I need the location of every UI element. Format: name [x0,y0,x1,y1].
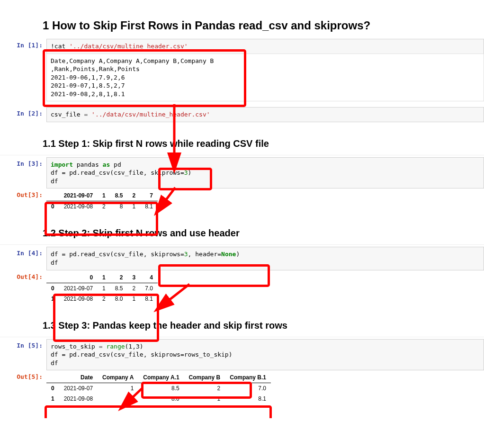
c5-l1eq: = [99,343,107,350]
t5-r1-2: 2 [98,394,138,404]
c4-eq1: = [180,251,184,258]
t3-r0-1: 2021-09-08 [59,201,98,212]
code-cell-4[interactable]: df = pd.read_csv(csv_file, skiprows=3, h… [46,247,484,270]
cell-5: In [5]: rows_to_skip = range(1,3) df = p… [0,339,484,371]
t3-h5: 7 [140,190,158,201]
c4-l2: df [51,259,58,266]
c2-eq: = [84,111,91,118]
t5-r0-2: 1 [98,383,138,394]
c1-path: '../data/csv/multine_header.csv' [69,43,188,50]
t3-r0-5: 8.1 [140,201,158,212]
heading-h1: 1 How to Skip First Rows in Pandas read_… [43,19,484,32]
t5-r0-1: 2021-09-07 [59,383,98,394]
t5-r1-3: 8.0 [138,394,184,404]
t5-r1-i: 1 [46,394,59,404]
c3-pd: pd [110,161,121,168]
output-text-1: Date,Company A,Company A,Company B,Compa… [46,54,484,102]
t4-h1: 0 [59,272,98,283]
cell-2: In [2]: csv_file = '../data/csv/multine_… [0,107,484,122]
t5-h3: Company A.1 [138,372,184,383]
heading-h2-3: 1.3 Step 3: Pandas keep the header and s… [43,320,484,331]
t4-r0-2: 1 [98,283,110,294]
c5-l2eq: = [180,351,184,358]
c5-l1fn: range [106,343,125,350]
t4-h2: 1 [98,272,110,283]
heading-h2-2: 1.2 Step 2: Skip first N rows and use he… [43,228,484,239]
t5-h0 [46,372,59,383]
t4-r0-4: 2 [127,283,140,294]
t4-r0-5: 7.0 [140,283,158,294]
prompt-out-5: Out[5]: [0,370,46,380]
c3-mid: pandas [73,161,103,168]
t5-h5: Company B.1 [225,372,271,383]
prompt-in-1: In [1]: [0,39,46,49]
c4-v1: 3 [184,251,188,258]
annotation-box-out5 [45,405,272,418]
t4-r1-i: 1 [46,294,59,304]
t5-h1: Date [59,372,98,383]
dataframe-out5: Date Company A Company A.1 Company B Com… [46,372,271,404]
code-cell-1[interactable]: !cat '../data/csv/multine_header.csv' [46,39,484,54]
c3-l2post: ) [188,169,192,176]
prompt-in-5: In [5]: [0,339,46,349]
code-cell-3[interactable]: import pandas as pd df = pd.read_csv(csv… [46,157,484,189]
c4-comma: , [188,251,196,258]
out-4-row: Out[4]: 0 1 2 3 4 0 2021-09-07 1 8.5 [0,270,484,304]
t4-r0-3: 8.5 [110,283,128,294]
code-cell-5[interactable]: rows_to_skip = range(1,3) df = pd.read_c… [46,339,484,371]
t3-r0-2: 2 [98,201,110,212]
c4-eq2: = [217,251,221,258]
c5-l1args: (1,3) [125,343,143,350]
cell-3: In [3]: import pandas as pd df = pd.read… [0,157,484,189]
c4-kw2: header [195,251,217,258]
c3-l2kw: skiprows [151,169,180,176]
t4-r0-1: 2021-09-07 [59,283,98,294]
c3-as: as [103,161,110,168]
prompt-in-2: In [2]: [0,107,46,117]
t4-h5: 4 [140,272,158,283]
c5-l2val: rows_to_skip [184,351,229,358]
t5-r0-5: 7.0 [225,383,271,394]
t3-h0 [46,190,59,201]
t5-r0-4: 2 [184,383,225,394]
t4-r1-1: 2021-09-08 [59,294,98,304]
cell-4: In [4]: df = pd.read_csv(csv_file, skipr… [0,247,484,270]
t4-r1-3: 8.0 [110,294,128,304]
c3-l2pre: df = pd.read_csv(csv_file, [51,169,151,176]
t3-h2: 1 [98,190,110,201]
code-cell-2[interactable]: csv_file = '../data/csv/multine_header.c… [46,107,484,122]
dataframe-out4: 0 1 2 3 4 0 2021-09-07 1 8.5 2 7.0 [46,272,158,304]
c5-l2post: ) [229,351,233,358]
out-5-row: Out[5]: Date Company A Company A.1 Compa… [0,370,484,404]
c2-lhs: csv_file [51,111,84,118]
t5-h2: Company A [98,372,138,383]
heading-h2-1: 1.1 Step 1: Skip first N rows while read… [43,138,484,149]
c5-l3: df [51,359,58,367]
t5-r1-4: 1 [184,394,225,404]
c3-l2val: 3 [184,169,188,176]
t4-r0-i: 0 [46,283,59,294]
c5-l2kw: skiprows [151,351,180,358]
t3-h4: 2 [127,190,140,201]
prompt-out-4: Out[4]: [0,270,46,280]
c3-import: import [51,161,73,168]
t5-r0-3: 8.5 [138,383,184,394]
t3-h1: 2021-09-07 [59,190,98,201]
cell-1: In [1]: !cat '../data/csv/multine_header… [0,39,484,101]
c5-l1lhs: rows_to_skip [51,343,99,350]
t4-h3: 2 [110,272,128,283]
t3-r0-4: 1 [127,201,140,212]
t4-h0 [46,272,59,283]
c3-l2eq: = [180,169,184,176]
t5-r1-5: 8.1 [225,394,271,404]
prompt-in-4: In [4]: [0,247,46,257]
t5-r1-1: 2021-09-08 [59,394,98,404]
c1-prefix: !cat [51,43,69,50]
t4-r1-2: 2 [98,294,110,304]
t4-h4: 3 [127,272,140,283]
t5-h4: Company B [184,372,225,383]
t4-r1-5: 8.1 [140,294,158,304]
t3-r0-i: 0 [46,201,59,212]
t5-r0-i: 0 [46,383,59,394]
c4-none: None [221,251,236,258]
